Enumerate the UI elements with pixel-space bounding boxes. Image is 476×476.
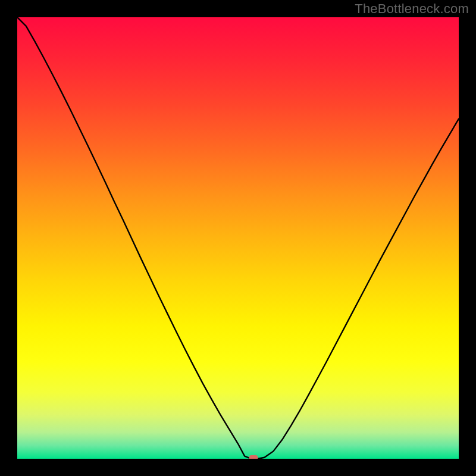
plot-svg — [17, 17, 459, 459]
watermark-text: TheBottleneck.com — [355, 1, 469, 17]
data-marker — [249, 455, 258, 459]
plot-area — [17, 17, 459, 459]
chart-frame: TheBottleneck.com — [0, 0, 476, 476]
